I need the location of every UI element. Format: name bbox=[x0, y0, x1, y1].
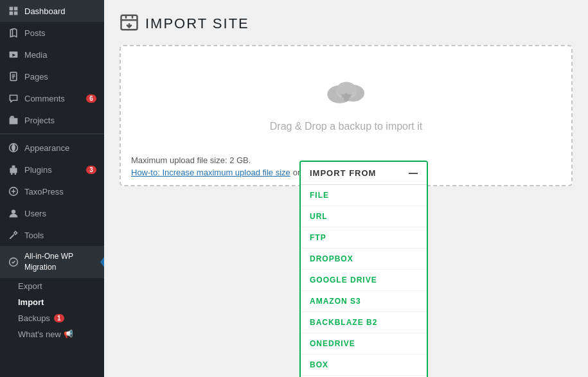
import-dropdown-header: IMPORT FROM bbox=[301, 162, 427, 185]
sidebar-item-comments[interactable]: Comments 6 bbox=[0, 87, 104, 109]
sidebar-item-plugins[interactable]: Plugins 3 bbox=[0, 159, 104, 180]
svg-rect-13 bbox=[10, 168, 17, 173]
projects-icon bbox=[8, 114, 19, 126]
sidebar-sub-import[interactable]: Import bbox=[0, 294, 104, 310]
svg-rect-3 bbox=[14, 12, 18, 15]
speaker-icon: 📢 bbox=[64, 329, 73, 338]
sidebar-item-media[interactable]: Media bbox=[0, 44, 104, 66]
drag-drop-text: Drag & Drop a backup to import it bbox=[270, 121, 422, 132]
sidebar-item-appearance[interactable]: Appearance bbox=[0, 137, 104, 159]
sidebar-item-label: Users bbox=[24, 209, 96, 218]
svg-rect-14 bbox=[11, 173, 12, 175]
sidebar-item-label: Pages bbox=[24, 72, 96, 82]
drop-zone-container: Drag & Drop a backup to import it Maximu… bbox=[120, 45, 573, 186]
sidebar-item-taxopress[interactable]: TaxoPress bbox=[0, 180, 104, 202]
content-area: IMPORT SITE Drag bbox=[104, 0, 588, 377]
page-title: IMPORT SITE bbox=[145, 15, 249, 32]
main-content: IMPORT SITE Drag bbox=[104, 0, 588, 377]
sidebar-item-label: All-in-One WP Migration bbox=[24, 251, 96, 273]
sidebar-item-pages[interactable]: Pages bbox=[0, 66, 104, 87]
sidebar-divider bbox=[0, 134, 104, 134]
sidebar-sub-whatsnew[interactable]: What's new 📢 bbox=[0, 326, 104, 342]
sidebar-item-label: TaxoPress bbox=[24, 187, 96, 197]
sidebar-item-projects[interactable]: Projects bbox=[0, 109, 104, 131]
tools-icon bbox=[8, 229, 19, 241]
sidebar-item-users[interactable]: Users bbox=[0, 202, 104, 224]
sidebar-item-label: Projects bbox=[24, 116, 96, 125]
import-option[interactable]: BACKBLAZE B2 bbox=[301, 312, 427, 333]
collapse-icon[interactable] bbox=[409, 173, 418, 174]
sidebar-sub-export[interactable]: Export bbox=[0, 278, 104, 294]
import-option[interactable]: BOX bbox=[301, 355, 427, 376]
dashboard-icon bbox=[8, 5, 19, 17]
import-option[interactable]: FTP bbox=[301, 227, 427, 249]
sidebar-item-label: Posts bbox=[24, 28, 96, 38]
svg-rect-15 bbox=[15, 173, 16, 175]
import-options-list: FILEURLFTPDROPBOXGOOGLE DRIVEAMAZON S3BA… bbox=[301, 185, 427, 377]
import-option[interactable]: ONEDRIVE bbox=[301, 333, 427, 355]
sidebar-item-label: Media bbox=[24, 50, 96, 60]
allinone-icon bbox=[8, 256, 19, 268]
page-header: IMPORT SITE bbox=[120, 13, 573, 35]
media-icon bbox=[8, 49, 19, 60]
import-option[interactable]: AMAZON S3 bbox=[301, 291, 427, 312]
sidebar-item-label: Appearance bbox=[24, 143, 96, 153]
svg-rect-2 bbox=[10, 12, 13, 15]
posts-icon bbox=[8, 27, 19, 39]
svg-point-17 bbox=[12, 209, 15, 213]
backups-badge: 1 bbox=[54, 314, 64, 322]
import-option[interactable]: URL bbox=[301, 206, 427, 227]
import-from-dropdown: IMPORT FROM FILEURLFTPDROPBOXGOOGLE DRIV… bbox=[299, 161, 428, 377]
cloud-upload-icon bbox=[324, 72, 369, 113]
import-option[interactable]: DROPBOX bbox=[301, 249, 427, 270]
sidebar-item-tools[interactable]: Tools bbox=[0, 224, 104, 246]
import-option[interactable]: GOOGLE DRIVE bbox=[301, 270, 427, 291]
sidebar-item-label: Dashboard bbox=[24, 6, 96, 16]
comments-badge: 6 bbox=[86, 94, 96, 103]
plugins-icon bbox=[8, 164, 19, 175]
svg-rect-1 bbox=[14, 7, 18, 11]
sidebar-item-dashboard[interactable]: Dashboard bbox=[0, 0, 104, 22]
import-option[interactable]: FILE bbox=[301, 185, 427, 206]
sidebar-item-allinone[interactable]: All-in-One WP Migration bbox=[0, 246, 104, 278]
appearance-icon bbox=[8, 142, 19, 153]
comments-icon bbox=[8, 92, 19, 104]
plugins-badge: 3 bbox=[86, 166, 96, 174]
users-icon bbox=[8, 207, 19, 219]
pages-icon bbox=[8, 71, 19, 82]
howto-link[interactable]: How-to: Increase maximum upload file siz… bbox=[131, 168, 290, 177]
sidebar-item-label: Tools bbox=[24, 231, 96, 240]
sidebar: Dashboard Posts Media Pages Comments 6 P… bbox=[0, 0, 104, 377]
taxopress-icon bbox=[8, 186, 19, 197]
import-header-icon bbox=[120, 13, 139, 35]
sidebar-sub-backups[interactable]: Backups 1 bbox=[0, 310, 104, 326]
import-from-label: IMPORT FROM bbox=[310, 168, 376, 178]
sidebar-item-posts[interactable]: Posts bbox=[0, 22, 104, 44]
svg-rect-12 bbox=[12, 166, 15, 168]
svg-rect-0 bbox=[10, 7, 13, 11]
sidebar-item-label: Comments bbox=[24, 94, 81, 103]
sidebar-item-label: Plugins bbox=[24, 165, 81, 175]
